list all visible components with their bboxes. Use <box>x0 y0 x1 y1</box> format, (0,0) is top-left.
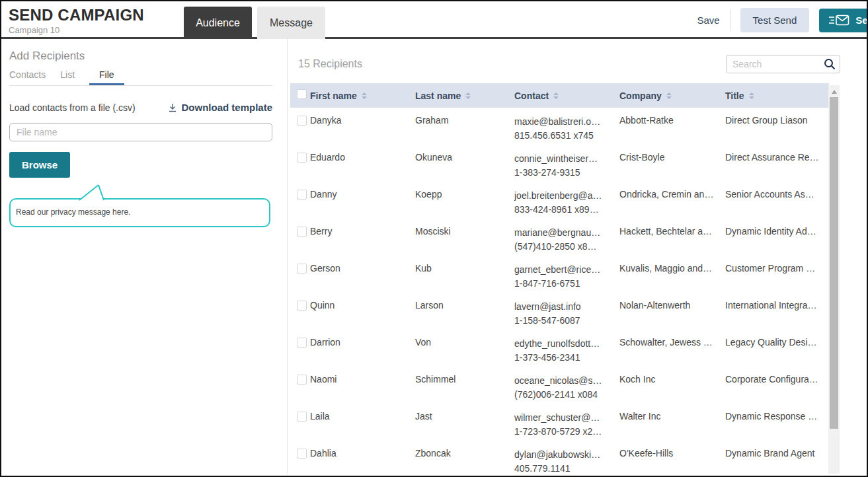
table-row: Danyka Graham maxie@balistreri.o… 815.45… <box>290 108 829 145</box>
page-title: SEND CAMPAIGN <box>9 6 184 24</box>
contact-phone: 1-847-716-6751 <box>514 277 612 291</box>
cell-contact: edythe_runolfsdott… 1-373-456-2341 <box>514 337 619 367</box>
tab-message[interactable]: Message <box>257 7 325 39</box>
cell-title: Customer Program … <box>725 263 829 293</box>
cell-last-name: Okuneva <box>415 152 514 182</box>
cell-contact: mariane@bergnau… (547)410-2850 x8… <box>514 226 619 256</box>
save-button[interactable]: Save <box>697 15 719 26</box>
sort-icon[interactable] <box>749 92 754 99</box>
main-tabs: Audience Message <box>184 1 325 39</box>
cell-last-name: Von <box>415 337 514 367</box>
contact-email: oceane_nicolas@s… <box>514 374 612 388</box>
column-label: Last name <box>415 91 461 101</box>
column-header-company[interactable]: Company <box>619 91 725 101</box>
table-scrollbar[interactable] <box>828 85 840 474</box>
row-checkbox[interactable] <box>297 301 307 311</box>
contact-email: joel.breitenberg@a… <box>514 189 612 203</box>
contact-phone: 833-424-8961 x89… <box>514 203 612 217</box>
contact-email: wilmer_schuster@… <box>514 411 612 425</box>
browse-button[interactable]: Browse <box>9 152 70 178</box>
cell-title: Senior Accounts As… <box>725 189 829 219</box>
privacy-message-text: Read our privacy message here. <box>16 207 130 217</box>
column-header-contact[interactable]: Contact <box>514 91 619 101</box>
cell-first-name: Naomi <box>310 374 415 404</box>
tab-file[interactable]: File <box>89 69 124 85</box>
search-icon[interactable] <box>824 58 836 73</box>
sort-icon[interactable] <box>553 92 559 99</box>
top-actions: Save Test Send Send <box>697 1 867 32</box>
cell-first-name: Laila <box>310 411 415 441</box>
cell-contact: oceane_nicolas@s… (762)006-2141 x084 <box>514 374 619 404</box>
row-checkbox[interactable] <box>297 264 307 274</box>
file-name-input[interactable] <box>9 123 272 141</box>
title-block: SEND CAMPAIGN Campaign 10 <box>1 1 184 35</box>
row-checkbox[interactable] <box>297 190 307 200</box>
test-send-button[interactable]: Test Send <box>740 8 810 32</box>
scrollbar-thumb[interactable] <box>830 97 838 429</box>
table-row: Danny Koepp joel.breitenberg@a… 833-424-… <box>290 182 829 219</box>
cell-title: Dynamic Brand Agent <box>725 448 829 477</box>
content: Add Recipients Contacts List File Load c… <box>1 39 867 474</box>
cell-first-name: Eduardo <box>310 152 415 182</box>
cell-last-name: Zboncak <box>415 448 514 477</box>
column-header-first-name[interactable]: First name <box>310 91 415 101</box>
send-campaign-page: { "header": { "title": "SEND CAMPAIGN", … <box>0 0 868 477</box>
cell-company: Nolan-Altenwerth <box>619 300 725 330</box>
scroll-up-icon[interactable] <box>832 90 837 94</box>
recipients-panel: 15 Recipients First name L <box>288 39 867 474</box>
table-header: First name Last name Contact Company Tit… <box>290 83 829 108</box>
column-label: Contact <box>514 91 549 101</box>
row-checkbox[interactable] <box>297 116 307 126</box>
row-checkbox[interactable] <box>297 153 307 163</box>
table-row: Eduardo Okuneva connie_wintheiser… 1-383… <box>290 145 829 182</box>
cell-company: Schowalter, Jewess … <box>619 337 725 367</box>
row-checkbox[interactable] <box>297 227 307 237</box>
column-label: Company <box>619 91 662 101</box>
contact-phone: (547)410-2850 x8… <box>514 240 612 254</box>
add-recipients-title: Add Recipients <box>9 50 279 63</box>
contact-email: dylan@jakubowski… <box>514 448 612 462</box>
table-row: Berry Mosciski mariane@bergnau… (547)410… <box>290 219 829 256</box>
table-row: Naomi Schimmel oceane_nicolas@s… (762)00… <box>290 367 829 404</box>
column-header-title[interactable]: Title <box>725 91 829 101</box>
table-row: Laila Jast wilmer_schuster@… 1-723-870-5… <box>290 404 829 441</box>
cell-company: Abbott-Ratke <box>619 115 725 145</box>
cell-first-name: Darrion <box>310 337 415 367</box>
cell-company: Crist-Boyle <box>619 152 725 182</box>
tab-audience[interactable]: Audience <box>184 7 252 39</box>
column-label: Title <box>725 91 744 101</box>
contact-phone: 1-158-547-6087 <box>514 314 612 328</box>
send-button-label: Send <box>855 15 868 26</box>
column-header-last-name[interactable]: Last name <box>415 91 514 101</box>
cell-last-name: Schimmel <box>415 374 514 404</box>
table-row: Darrion Von edythe_runolfsdott… 1-373-45… <box>290 330 829 367</box>
cell-title: Corporate Configura… <box>725 374 829 404</box>
tab-list[interactable]: List <box>60 69 75 85</box>
row-checkbox[interactable] <box>297 449 307 459</box>
row-checkbox[interactable] <box>297 338 307 348</box>
bubble-tail <box>77 184 106 203</box>
tab-contacts[interactable]: Contacts <box>9 69 46 85</box>
row-checkbox[interactable] <box>297 412 307 422</box>
cell-last-name: Mosciski <box>415 226 514 256</box>
download-icon <box>168 103 177 112</box>
select-all-checkbox[interactable] <box>297 89 307 99</box>
recipient-source-tabs: Contacts List File <box>9 69 272 86</box>
cell-contact: wilmer_schuster@… 1-723-870-5729 x2… <box>514 411 619 441</box>
download-template-link[interactable]: Download template <box>168 102 272 113</box>
contact-email: edythe_runolfsdott… <box>514 337 612 351</box>
sort-icon[interactable] <box>465 92 471 99</box>
send-envelope-icon <box>828 15 849 26</box>
contact-phone: 1-373-456-2341 <box>514 351 612 365</box>
campaign-name: Campaign 10 <box>9 25 184 35</box>
sort-icon[interactable] <box>362 92 367 99</box>
sort-icon[interactable] <box>666 92 672 99</box>
send-button[interactable]: Send <box>819 9 868 32</box>
cell-last-name: Graham <box>415 115 514 145</box>
row-checkbox[interactable] <box>297 375 307 385</box>
load-row: Load contacts from a file (.csv) Downloa… <box>9 102 272 113</box>
cell-title: Direct Assurance Re… <box>725 152 829 182</box>
cell-first-name: Quinn <box>310 300 415 330</box>
divider <box>730 9 730 31</box>
cell-last-name: Kub <box>415 263 514 293</box>
